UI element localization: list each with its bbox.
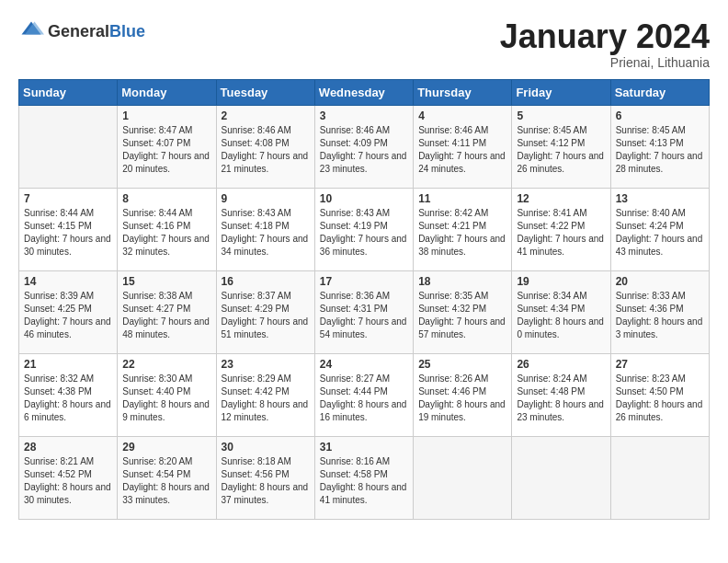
day-number: 3	[320, 109, 408, 122]
calendar-cell: 16Sunrise: 8:37 AMSunset: 4:29 PMDayligh…	[216, 270, 314, 353]
calendar-cell	[512, 436, 610, 519]
day-info: Sunrise: 8:36 AMSunset: 4:31 PMDaylight:…	[320, 290, 408, 341]
calendar-week-row: 21Sunrise: 8:32 AMSunset: 4:38 PMDayligh…	[19, 353, 710, 436]
day-info: Sunrise: 8:43 AMSunset: 4:18 PMDaylight:…	[222, 207, 310, 259]
day-info: Sunrise: 8:33 AMSunset: 4:36 PMDaylight:…	[616, 290, 704, 341]
day-number: 31	[320, 441, 408, 454]
logo-blue-text: Blue	[109, 22, 145, 40]
day-number: 30	[222, 441, 310, 454]
calendar-cell: 25Sunrise: 8:26 AMSunset: 4:46 PMDayligh…	[414, 353, 512, 436]
day-info: Sunrise: 8:38 AMSunset: 4:27 PMDaylight:…	[122, 290, 210, 341]
day-info: Sunrise: 8:23 AMSunset: 4:50 PMDaylight:…	[616, 373, 704, 424]
day-number: 16	[222, 275, 310, 288]
calendar-table: SundayMondayTuesdayWednesdayThursdayFrid…	[18, 79, 710, 520]
calendar-cell: 14Sunrise: 8:39 AMSunset: 4:25 PMDayligh…	[19, 270, 118, 353]
day-number: 8	[122, 192, 210, 205]
calendar-cell: 13Sunrise: 8:40 AMSunset: 4:24 PMDayligh…	[610, 188, 709, 270]
day-info: Sunrise: 8:24 AMSunset: 4:48 PMDaylight:…	[517, 373, 605, 424]
calendar-cell	[414, 436, 512, 519]
day-number: 14	[24, 275, 112, 288]
day-info: Sunrise: 8:42 AMSunset: 4:21 PMDaylight:…	[418, 207, 506, 259]
calendar-cell: 28Sunrise: 8:21 AMSunset: 4:52 PMDayligh…	[19, 436, 118, 519]
day-number: 4	[418, 109, 506, 122]
day-info: Sunrise: 8:32 AMSunset: 4:38 PMDaylight:…	[24, 373, 112, 424]
day-number: 29	[122, 441, 210, 454]
calendar-cell: 8Sunrise: 8:44 AMSunset: 4:16 PMDaylight…	[118, 188, 216, 270]
day-info: Sunrise: 8:41 AMSunset: 4:22 PMDaylight:…	[517, 207, 605, 259]
weekday-header-thursday: Thursday	[414, 79, 512, 105]
weekday-header-row: SundayMondayTuesdayWednesdayThursdayFrid…	[19, 79, 710, 105]
weekday-header-wednesday: Wednesday	[314, 79, 413, 105]
day-number: 12	[517, 192, 605, 205]
day-number: 10	[320, 192, 408, 205]
day-number: 28	[24, 441, 112, 454]
calendar-week-row: 28Sunrise: 8:21 AMSunset: 4:52 PMDayligh…	[19, 436, 710, 519]
day-info: Sunrise: 8:20 AMSunset: 4:54 PMDaylight:…	[122, 455, 210, 507]
weekday-header-monday: Monday	[118, 79, 216, 105]
calendar-cell: 30Sunrise: 8:18 AMSunset: 4:56 PMDayligh…	[216, 436, 314, 519]
calendar-cell: 19Sunrise: 8:34 AMSunset: 4:34 PMDayligh…	[512, 270, 610, 353]
day-info: Sunrise: 8:21 AMSunset: 4:52 PMDaylight:…	[24, 455, 112, 507]
day-info: Sunrise: 8:18 AMSunset: 4:56 PMDaylight:…	[222, 455, 310, 507]
calendar-cell: 29Sunrise: 8:20 AMSunset: 4:54 PMDayligh…	[118, 436, 216, 519]
logo-general-text: General	[48, 22, 109, 40]
day-number: 1	[122, 109, 210, 122]
day-info: Sunrise: 8:37 AMSunset: 4:29 PMDaylight:…	[222, 290, 310, 341]
calendar-cell: 2Sunrise: 8:46 AMSunset: 4:08 PMDaylight…	[216, 105, 314, 188]
calendar-week-row: 14Sunrise: 8:39 AMSunset: 4:25 PMDayligh…	[19, 270, 710, 353]
day-number: 26	[517, 358, 605, 371]
day-number: 2	[222, 109, 310, 122]
day-number: 24	[320, 358, 408, 371]
calendar-cell: 21Sunrise: 8:32 AMSunset: 4:38 PMDayligh…	[19, 353, 118, 436]
calendar-cell: 12Sunrise: 8:41 AMSunset: 4:22 PMDayligh…	[512, 188, 610, 270]
day-info: Sunrise: 8:45 AMSunset: 4:12 PMDaylight:…	[517, 124, 605, 176]
day-info: Sunrise: 8:30 AMSunset: 4:40 PMDaylight:…	[122, 373, 210, 424]
calendar-cell: 15Sunrise: 8:38 AMSunset: 4:27 PMDayligh…	[118, 270, 216, 353]
page-header: GeneralBlue January 2024 Prienai, Lithua…	[18, 18, 710, 70]
day-number: 21	[24, 358, 112, 371]
calendar-cell: 26Sunrise: 8:24 AMSunset: 4:48 PMDayligh…	[512, 353, 610, 436]
day-info: Sunrise: 8:29 AMSunset: 4:42 PMDaylight:…	[222, 373, 310, 424]
calendar-cell: 10Sunrise: 8:43 AMSunset: 4:19 PMDayligh…	[314, 188, 413, 270]
day-number: 19	[517, 275, 605, 288]
day-info: Sunrise: 8:16 AMSunset: 4:58 PMDaylight:…	[320, 455, 408, 507]
day-info: Sunrise: 8:27 AMSunset: 4:44 PMDaylight:…	[320, 373, 408, 424]
calendar-cell: 3Sunrise: 8:46 AMSunset: 4:09 PMDaylight…	[314, 105, 413, 188]
day-info: Sunrise: 8:26 AMSunset: 4:46 PMDaylight:…	[418, 373, 506, 424]
title-block: January 2024 Prienai, Lithuania	[500, 18, 710, 70]
day-number: 20	[616, 275, 704, 288]
calendar-week-row: 1Sunrise: 8:47 AMSunset: 4:07 PMDaylight…	[19, 105, 710, 188]
calendar-cell: 31Sunrise: 8:16 AMSunset: 4:58 PMDayligh…	[314, 436, 413, 519]
calendar-cell: 22Sunrise: 8:30 AMSunset: 4:40 PMDayligh…	[118, 353, 216, 436]
day-number: 23	[222, 358, 310, 371]
day-info: Sunrise: 8:46 AMSunset: 4:08 PMDaylight:…	[222, 124, 310, 176]
weekday-header-saturday: Saturday	[610, 79, 709, 105]
calendar-cell: 1Sunrise: 8:47 AMSunset: 4:07 PMDaylight…	[118, 105, 216, 188]
day-info: Sunrise: 8:45 AMSunset: 4:13 PMDaylight:…	[616, 124, 704, 176]
day-number: 11	[418, 192, 506, 205]
day-info: Sunrise: 8:40 AMSunset: 4:24 PMDaylight:…	[616, 207, 704, 259]
day-number: 6	[616, 109, 704, 122]
day-number: 25	[418, 358, 506, 371]
calendar-cell: 17Sunrise: 8:36 AMSunset: 4:31 PMDayligh…	[314, 270, 413, 353]
day-info: Sunrise: 8:35 AMSunset: 4:32 PMDaylight:…	[418, 290, 506, 341]
weekday-header-tuesday: Tuesday	[216, 79, 314, 105]
calendar-cell: 7Sunrise: 8:44 AMSunset: 4:15 PMDaylight…	[19, 188, 118, 270]
day-info: Sunrise: 8:46 AMSunset: 4:11 PMDaylight:…	[418, 124, 506, 176]
location-subtitle: Prienai, Lithuania	[500, 55, 710, 70]
day-info: Sunrise: 8:46 AMSunset: 4:09 PMDaylight:…	[320, 124, 408, 176]
calendar-cell	[19, 105, 118, 188]
day-number: 15	[122, 275, 210, 288]
day-info: Sunrise: 8:43 AMSunset: 4:19 PMDaylight:…	[320, 207, 408, 259]
calendar-cell: 27Sunrise: 8:23 AMSunset: 4:50 PMDayligh…	[610, 353, 709, 436]
calendar-cell: 24Sunrise: 8:27 AMSunset: 4:44 PMDayligh…	[314, 353, 413, 436]
day-info: Sunrise: 8:34 AMSunset: 4:34 PMDaylight:…	[517, 290, 605, 341]
weekday-header-friday: Friday	[512, 79, 610, 105]
day-number: 18	[418, 275, 506, 288]
day-number: 27	[616, 358, 704, 371]
month-year-title: January 2024	[500, 18, 710, 55]
calendar-cell: 18Sunrise: 8:35 AMSunset: 4:32 PMDayligh…	[414, 270, 512, 353]
calendar-cell: 23Sunrise: 8:29 AMSunset: 4:42 PMDayligh…	[216, 353, 314, 436]
calendar-cell: 9Sunrise: 8:43 AMSunset: 4:18 PMDaylight…	[216, 188, 314, 270]
logo: GeneralBlue	[18, 18, 145, 44]
